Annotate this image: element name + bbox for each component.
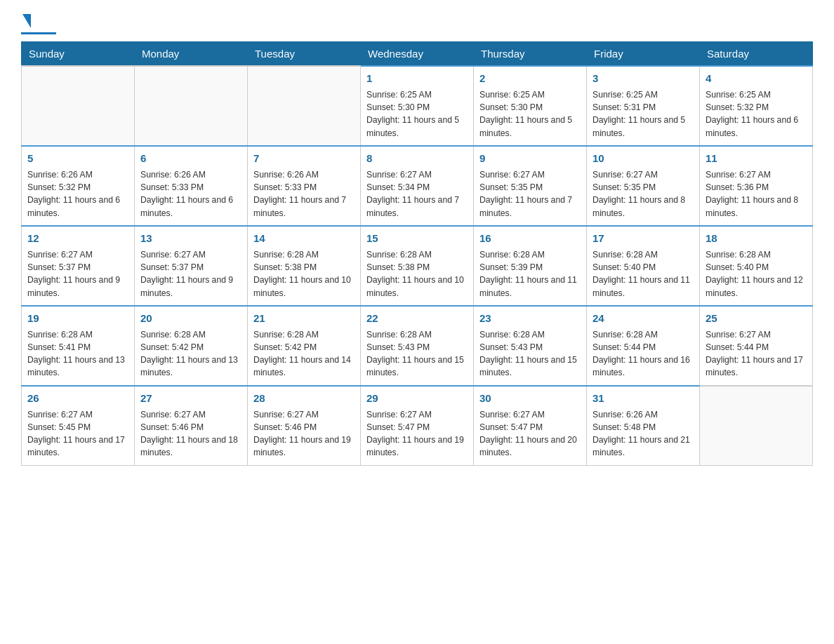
day-number: 24 — [593, 311, 694, 326]
day-number: 27 — [140, 391, 241, 406]
day-info: Sunrise: 6:27 AM Sunset: 5:35 PM Dayligh… — [479, 168, 581, 220]
calendar-cell: 28Sunrise: 6:27 AM Sunset: 5:46 PM Dayli… — [248, 386, 361, 465]
day-info: Sunrise: 6:28 AM Sunset: 5:38 PM Dayligh… — [366, 248, 468, 300]
day-number: 30 — [479, 391, 581, 406]
day-number: 16 — [479, 231, 581, 246]
day-info: Sunrise: 6:28 AM Sunset: 5:40 PM Dayligh… — [706, 248, 807, 300]
calendar-cell: 14Sunrise: 6:28 AM Sunset: 5:38 PM Dayli… — [248, 226, 361, 306]
day-info: Sunrise: 6:26 AM Sunset: 5:32 PM Dayligh… — [27, 168, 128, 220]
day-info: Sunrise: 6:27 AM Sunset: 5:47 PM Dayligh… — [366, 408, 468, 459]
calendar-week-row: 12Sunrise: 6:27 AM Sunset: 5:37 PM Dayli… — [22, 226, 813, 306]
day-info: Sunrise: 6:26 AM Sunset: 5:33 PM Dayligh… — [140, 168, 241, 220]
calendar-cell — [700, 386, 813, 465]
day-number: 18 — [706, 231, 807, 246]
calendar-cell: 7Sunrise: 6:26 AM Sunset: 5:33 PM Daylig… — [248, 146, 361, 226]
day-info: Sunrise: 6:28 AM Sunset: 5:42 PM Dayligh… — [253, 328, 355, 380]
day-number: 23 — [479, 311, 581, 326]
day-number: 22 — [366, 311, 468, 326]
calendar-cell: 10Sunrise: 6:27 AM Sunset: 5:35 PM Dayli… — [587, 146, 700, 226]
calendar-cell: 4Sunrise: 6:25 AM Sunset: 5:32 PM Daylig… — [700, 66, 813, 146]
day-info: Sunrise: 6:28 AM Sunset: 5:43 PM Dayligh… — [479, 328, 581, 380]
day-info: Sunrise: 6:26 AM Sunset: 5:48 PM Dayligh… — [593, 408, 694, 459]
page-header — [21, 14, 813, 34]
day-info: Sunrise: 6:27 AM Sunset: 5:35 PM Dayligh… — [593, 168, 694, 220]
weekday-header-wednesday: Wednesday — [361, 42, 474, 67]
logo-line — [21, 32, 56, 34]
day-number: 5 — [27, 151, 128, 166]
calendar-cell: 12Sunrise: 6:27 AM Sunset: 5:37 PM Dayli… — [22, 226, 135, 306]
calendar-cell: 22Sunrise: 6:28 AM Sunset: 5:43 PM Dayli… — [361, 306, 474, 386]
day-number: 26 — [27, 391, 128, 406]
day-number: 17 — [593, 231, 694, 246]
day-number: 19 — [27, 311, 128, 326]
weekday-header-sunday: Sunday — [22, 42, 135, 67]
day-number: 15 — [366, 231, 468, 246]
day-info: Sunrise: 6:27 AM Sunset: 5:34 PM Dayligh… — [366, 168, 468, 220]
calendar-cell: 2Sunrise: 6:25 AM Sunset: 5:30 PM Daylig… — [474, 66, 587, 146]
calendar-cell: 5Sunrise: 6:26 AM Sunset: 5:32 PM Daylig… — [22, 146, 135, 226]
weekday-header-saturday: Saturday — [700, 42, 813, 67]
weekday-header-row: SundayMondayTuesdayWednesdayThursdayFrid… — [22, 42, 813, 67]
calendar-cell: 17Sunrise: 6:28 AM Sunset: 5:40 PM Dayli… — [587, 226, 700, 306]
calendar-cell — [22, 66, 135, 146]
day-info: Sunrise: 6:28 AM Sunset: 5:42 PM Dayligh… — [140, 328, 241, 380]
calendar-cell: 11Sunrise: 6:27 AM Sunset: 5:36 PM Dayli… — [700, 146, 813, 226]
day-info: Sunrise: 6:25 AM Sunset: 5:30 PM Dayligh… — [366, 88, 468, 140]
calendar-cell: 8Sunrise: 6:27 AM Sunset: 5:34 PM Daylig… — [361, 146, 474, 226]
day-number: 25 — [706, 311, 807, 326]
day-info: Sunrise: 6:28 AM Sunset: 5:43 PM Dayligh… — [366, 328, 468, 380]
day-number: 11 — [706, 151, 807, 166]
day-number: 2 — [479, 71, 581, 86]
calendar-week-row: 1Sunrise: 6:25 AM Sunset: 5:30 PM Daylig… — [22, 66, 813, 146]
calendar-cell: 1Sunrise: 6:25 AM Sunset: 5:30 PM Daylig… — [361, 66, 474, 146]
day-number: 9 — [479, 151, 581, 166]
day-number: 1 — [366, 71, 468, 86]
day-info: Sunrise: 6:27 AM Sunset: 5:37 PM Dayligh… — [140, 248, 241, 300]
weekday-header-tuesday: Tuesday — [248, 42, 361, 67]
calendar-cell: 20Sunrise: 6:28 AM Sunset: 5:42 PM Dayli… — [135, 306, 248, 386]
calendar-cell: 19Sunrise: 6:28 AM Sunset: 5:41 PM Dayli… — [22, 306, 135, 386]
day-info: Sunrise: 6:27 AM Sunset: 5:46 PM Dayligh… — [140, 408, 241, 459]
calendar-cell — [248, 66, 361, 146]
day-number: 10 — [593, 151, 694, 166]
day-info: Sunrise: 6:25 AM Sunset: 5:30 PM Dayligh… — [479, 88, 581, 140]
calendar-cell: 6Sunrise: 6:26 AM Sunset: 5:33 PM Daylig… — [135, 146, 248, 226]
day-number: 12 — [27, 231, 128, 246]
weekday-header-monday: Monday — [135, 42, 248, 67]
calendar-cell: 30Sunrise: 6:27 AM Sunset: 5:47 PM Dayli… — [474, 386, 587, 465]
day-number: 6 — [140, 151, 241, 166]
day-number: 29 — [366, 391, 468, 406]
calendar-cell: 21Sunrise: 6:28 AM Sunset: 5:42 PM Dayli… — [248, 306, 361, 386]
day-info: Sunrise: 6:27 AM Sunset: 5:47 PM Dayligh… — [479, 408, 581, 459]
calendar-cell: 23Sunrise: 6:28 AM Sunset: 5:43 PM Dayli… — [474, 306, 587, 386]
day-info: Sunrise: 6:27 AM Sunset: 5:37 PM Dayligh… — [27, 248, 128, 300]
calendar-week-row: 19Sunrise: 6:28 AM Sunset: 5:41 PM Dayli… — [22, 306, 813, 386]
day-number: 14 — [253, 231, 355, 246]
day-number: 28 — [253, 391, 355, 406]
day-number: 8 — [366, 151, 468, 166]
calendar-week-row: 26Sunrise: 6:27 AM Sunset: 5:45 PM Dayli… — [22, 386, 813, 465]
calendar-cell: 25Sunrise: 6:27 AM Sunset: 5:44 PM Dayli… — [700, 306, 813, 386]
day-number: 21 — [253, 311, 355, 326]
calendar-cell: 24Sunrise: 6:28 AM Sunset: 5:44 PM Dayli… — [587, 306, 700, 386]
day-info: Sunrise: 6:28 AM Sunset: 5:41 PM Dayligh… — [27, 328, 128, 380]
calendar-cell — [135, 66, 248, 146]
calendar-cell: 9Sunrise: 6:27 AM Sunset: 5:35 PM Daylig… — [474, 146, 587, 226]
calendar-cell: 3Sunrise: 6:25 AM Sunset: 5:31 PM Daylig… — [587, 66, 700, 146]
day-info: Sunrise: 6:28 AM Sunset: 5:39 PM Dayligh… — [479, 248, 581, 300]
calendar-cell: 27Sunrise: 6:27 AM Sunset: 5:46 PM Dayli… — [135, 386, 248, 465]
calendar-cell: 18Sunrise: 6:28 AM Sunset: 5:40 PM Dayli… — [700, 226, 813, 306]
day-number: 13 — [140, 231, 241, 246]
logo — [21, 14, 59, 34]
day-number: 3 — [593, 71, 694, 86]
calendar-cell: 29Sunrise: 6:27 AM Sunset: 5:47 PM Dayli… — [361, 386, 474, 465]
day-number: 4 — [706, 71, 807, 86]
day-number: 20 — [140, 311, 241, 326]
day-info: Sunrise: 6:27 AM Sunset: 5:45 PM Dayligh… — [27, 408, 128, 459]
calendar-cell: 13Sunrise: 6:27 AM Sunset: 5:37 PM Dayli… — [135, 226, 248, 306]
logo-triangle-icon — [22, 14, 31, 28]
calendar-cell: 16Sunrise: 6:28 AM Sunset: 5:39 PM Dayli… — [474, 226, 587, 306]
day-info: Sunrise: 6:25 AM Sunset: 5:31 PM Dayligh… — [593, 88, 694, 140]
day-info: Sunrise: 6:27 AM Sunset: 5:46 PM Dayligh… — [253, 408, 355, 459]
weekday-header-thursday: Thursday — [474, 42, 587, 67]
